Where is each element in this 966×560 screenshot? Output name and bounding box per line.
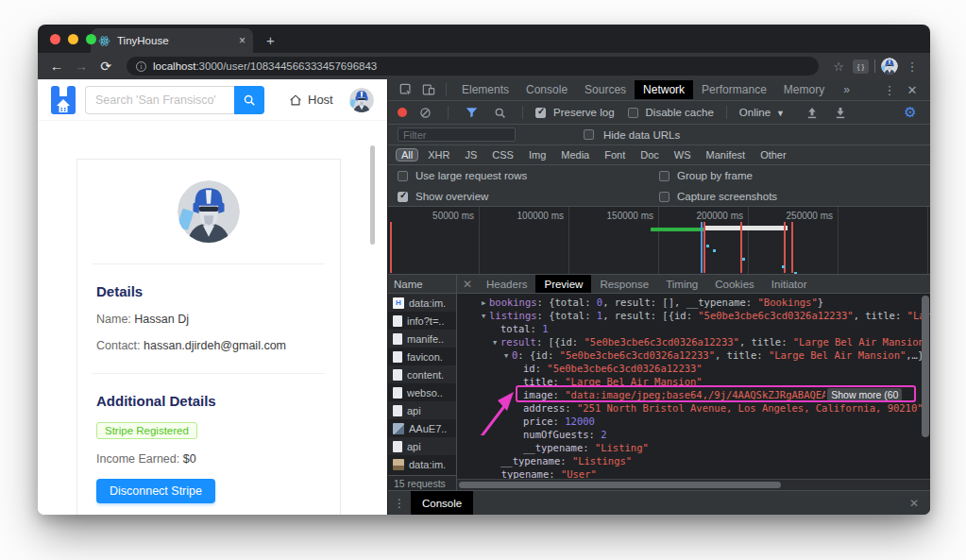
type-filter-ws[interactable]: WS — [669, 148, 697, 161]
inspect-element-icon[interactable] — [396, 83, 416, 96]
preview-vertical-scrollbar[interactable] — [922, 296, 929, 437]
clear-network-log-icon[interactable] — [415, 107, 435, 119]
type-filter-css[interactable]: CSS — [486, 148, 519, 161]
option-show-overview[interactable]: Show overview — [398, 191, 659, 202]
filter-funnel-icon[interactable] — [461, 107, 482, 118]
network-overview-timeline[interactable]: 50000 ms100000 ms150000 ms200000 ms25000… — [388, 207, 930, 275]
request-row[interactable]: api — [388, 401, 456, 419]
detail-tab-preview[interactable]: Preview — [535, 275, 591, 293]
search-input[interactable] — [85, 86, 234, 114]
request-row[interactable]: content. — [388, 365, 456, 383]
json-tree-line[interactable]: id: "5e0be3cbe6c3cd0326a12233" — [457, 362, 930, 375]
option-group-by-frame[interactable]: Group by frame — [659, 170, 921, 181]
json-tree-line[interactable]: image: "data:image/jpeg;base64,/9j/4AAQS… — [457, 388, 930, 401]
bookmark-star-icon[interactable]: ☆ — [830, 59, 847, 74]
json-tree-line[interactable]: ▼0: {id: "5e0be3cbe6c3cd0326a12233", tit… — [457, 348, 930, 362]
tab-close-icon[interactable]: × — [239, 34, 246, 47]
type-filter-other[interactable]: Other — [754, 148, 792, 161]
drawer-tab-console[interactable]: Console — [411, 491, 473, 515]
devtools-tab-console[interactable]: Console — [517, 80, 576, 99]
preview-json-tree[interactable]: ▶bookings: {total: 0, result: [], __type… — [457, 294, 930, 479]
expanded-arrow-icon[interactable]: ▼ — [489, 336, 500, 348]
json-tree-line[interactable]: ▼result: [{id: "5e0be3cbe6c3cd0326a12233… — [457, 335, 930, 348]
export-har-icon[interactable] — [830, 107, 851, 119]
request-row[interactable]: manife.. — [388, 330, 456, 348]
json-tree-line[interactable]: __typename: "Listing" — [457, 441, 930, 454]
detail-tab-timing[interactable]: Timing — [657, 275, 706, 293]
json-tree-line[interactable]: title: "Large Bel Air Mansion" — [457, 375, 930, 388]
browser-profile-avatar[interactable] — [881, 58, 898, 75]
extension-icon[interactable]: { } — [853, 59, 869, 74]
preview-horizontal-scrollbar[interactable] — [457, 479, 930, 490]
request-row[interactable]: webso.. — [388, 383, 456, 401]
expanded-arrow-icon[interactable]: ▼ — [478, 310, 489, 322]
settings-gear-icon[interactable]: ⚙ — [900, 104, 921, 121]
detail-tab-headers[interactable]: Headers — [478, 275, 535, 293]
type-filter-manifest[interactable]: Manifest — [701, 148, 752, 161]
type-filter-media[interactable]: Media — [555, 148, 595, 161]
user-menu-avatar[interactable] — [349, 88, 374, 112]
checkbox[interactable] — [398, 192, 408, 202]
browser-menu-icon[interactable]: ⋮ — [904, 59, 921, 74]
disable-cache-checkbox[interactable] — [628, 108, 638, 118]
type-filter-xhr[interactable]: XHR — [422, 148, 455, 161]
request-row[interactable]: info?t=.. — [388, 312, 456, 330]
option-use-large-request-rows[interactable]: Use large request rows — [398, 170, 659, 181]
window-controls[interactable] — [50, 34, 96, 44]
address-bar[interactable]: i localhost:3000/user/108344566333457696… — [127, 57, 819, 76]
devtools-tab-sources[interactable]: Sources — [576, 80, 635, 99]
show-more-button[interactable]: Show more (60 — [827, 388, 902, 401]
detail-tab-response[interactable]: Response — [591, 275, 657, 293]
import-har-icon[interactable] — [802, 107, 822, 119]
type-filter-doc[interactable]: Doc — [635, 148, 665, 161]
back-icon[interactable]: ← — [47, 59, 66, 74]
request-row[interactable]: api — [388, 437, 456, 455]
app-scrollbar[interactable] — [370, 145, 375, 245]
type-filter-js[interactable]: JS — [459, 148, 483, 161]
tinyhouse-logo[interactable] — [51, 86, 76, 114]
json-tree-line[interactable]: __typename: "User" — [457, 467, 930, 479]
new-tab-button[interactable]: + — [266, 32, 275, 53]
devtools-tab-performance[interactable]: Performance — [693, 80, 775, 99]
json-tree-line[interactable]: ▶bookings: {total: 0, result: [], __type… — [457, 296, 930, 309]
search-network-icon[interactable] — [489, 107, 510, 119]
json-tree-line[interactable]: price: 12000 — [457, 415, 930, 428]
detail-tab-initiator[interactable]: Initiator — [763, 275, 816, 293]
reload-icon[interactable]: ⟳ — [96, 59, 115, 74]
search-button[interactable] — [234, 86, 264, 114]
type-filter-img[interactable]: Img — [523, 148, 551, 161]
minimize-window-button[interactable] — [68, 34, 78, 44]
drawer-close-icon[interactable]: ✕ — [904, 497, 924, 510]
name-column-header[interactable]: Name — [388, 275, 456, 294]
collapsed-arrow-icon[interactable]: ▶ — [478, 297, 489, 309]
json-tree-line[interactable]: __typename: "Listings" — [457, 454, 930, 467]
type-filter-all[interactable]: All — [396, 148, 418, 161]
detail-tab-cookies[interactable]: Cookies — [706, 275, 763, 293]
devtools-close-icon[interactable]: ✕ — [902, 83, 923, 97]
record-network-log-icon[interactable] — [398, 108, 407, 117]
json-tree-line[interactable]: address: "251 North Bristol Avenue, Los … — [457, 401, 930, 415]
close-detail-icon[interactable]: ✕ — [457, 278, 478, 291]
devtools-tab-memory[interactable]: Memory — [775, 80, 833, 99]
json-tree-line[interactable]: total: 1 — [457, 322, 930, 335]
checkbox[interactable] — [659, 171, 669, 181]
request-row[interactable]: Hdata:im. — [388, 294, 456, 312]
devtools-tab-elements[interactable]: Elements — [453, 80, 517, 99]
maximize-window-button[interactable] — [86, 34, 96, 44]
browser-tab[interactable]: TinyHouse × — [91, 28, 253, 53]
drawer-menu-icon[interactable]: ⋮ — [388, 497, 411, 510]
network-filter-input[interactable] — [398, 127, 516, 142]
preserve-log-checkbox[interactable] — [535, 108, 546, 118]
device-toolbar-icon[interactable] — [418, 83, 439, 96]
throttling-select[interactable]: Online▼ — [739, 107, 785, 118]
checkbox[interactable] — [659, 192, 669, 202]
host-nav-link[interactable]: Host — [289, 93, 333, 107]
forward-icon[interactable]: → — [72, 59, 91, 74]
request-row[interactable]: data:im. — [388, 455, 456, 473]
devtools-tab-network[interactable]: Network — [635, 80, 693, 99]
site-info-icon[interactable]: i — [136, 61, 146, 72]
checkbox[interactable] — [398, 171, 408, 181]
close-window-button[interactable] — [50, 34, 60, 44]
json-tree-line[interactable]: numOfGuests: 2 — [457, 428, 930, 441]
devtools-menu-icon[interactable]: ⋮ — [879, 83, 900, 97]
